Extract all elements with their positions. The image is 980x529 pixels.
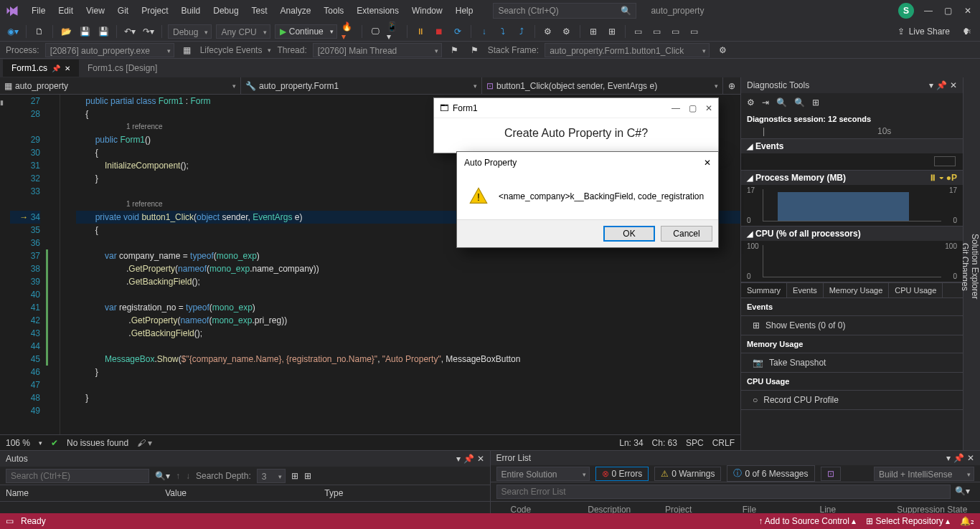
menu-help[interactable]: Help: [450, 3, 479, 19]
pin-icon[interactable]: 📌: [936, 80, 947, 90]
app-icon[interactable]: 📱▾: [387, 24, 401, 39]
down-icon[interactable]: ↓: [186, 471, 190, 481]
solution-explorer-tab[interactable]: Solution Explorer: [970, 83, 980, 450]
record-cpu-link[interactable]: ○Record CPU Profile: [741, 391, 963, 410]
pin-icon[interactable]: 📌: [953, 453, 964, 463]
user-avatar[interactable]: S: [898, 3, 914, 19]
build-dropdown[interactable]: Build + IntelliSense: [874, 467, 974, 481]
form1-titlebar[interactable]: 🗔 Form1 —▢✕: [434, 98, 718, 118]
dropdown-icon[interactable]: ▾: [946, 453, 951, 463]
minimize-icon[interactable]: —: [672, 103, 680, 113]
thread-dropdown[interactable]: [20760] Main Thread: [313, 43, 442, 57]
close-icon[interactable]: ✕: [705, 103, 712, 113]
document-tab[interactable]: Form1.cs📌✕: [3, 59, 79, 77]
stop-icon[interactable]: ⏹: [432, 24, 446, 39]
tool-icon[interactable]: ▭: [687, 24, 702, 39]
step-over-icon[interactable]: ⤵: [496, 24, 510, 39]
step-into-icon[interactable]: ↓: [477, 24, 491, 39]
maximize-icon[interactable]: ▢: [689, 103, 697, 113]
new-item-icon[interactable]: 🗋: [32, 24, 47, 39]
dropdown-icon[interactable]: ▾: [929, 80, 933, 90]
ok-button[interactable]: OK: [603, 226, 655, 242]
tool-icon[interactable]: ⊞: [291, 471, 298, 481]
menu-view[interactable]: View: [80, 3, 110, 19]
zoom-level[interactable]: 106 %: [6, 438, 30, 448]
diag-tab-cpu-usage[interactable]: CPU Usage: [889, 283, 943, 297]
search-icon[interactable]: 🔍▾: [155, 471, 170, 481]
menu-debug[interactable]: Debug: [207, 3, 244, 19]
config-dropdown[interactable]: Debug: [168, 24, 212, 39]
menu-build[interactable]: Build: [176, 3, 207, 19]
errors-filter[interactable]: ⊗0 Errors: [595, 467, 649, 481]
tool-icon[interactable]: ⊞: [605, 24, 619, 39]
tool-icon[interactable]: ⊞: [304, 471, 311, 481]
pin-icon[interactable]: 📌: [463, 454, 474, 464]
cpu-header[interactable]: ◢ CPU (% of all processors): [741, 227, 963, 241]
error-search[interactable]: [496, 485, 951, 499]
menu-analyze[interactable]: Analyze: [275, 3, 317, 19]
live-share[interactable]: ⇪ Live Share 🗣: [897, 24, 974, 39]
memory-header[interactable]: ◢ Process Memory (MB)⏸ ▾ ●P: [741, 171, 963, 185]
reset-icon[interactable]: ⊞: [812, 97, 819, 108]
menu-extensions[interactable]: Extensions: [351, 3, 405, 19]
feedback-icon[interactable]: 🗣: [960, 24, 974, 39]
platform-dropdown[interactable]: Any CPU: [216, 24, 270, 39]
events-header[interactable]: ◢ Events: [741, 139, 963, 153]
messages-filter[interactable]: ⓘ0 of 6 Messages: [727, 465, 814, 482]
save-all-icon[interactable]: 💾: [96, 24, 110, 39]
tool-icon[interactable]: ⊞: [586, 24, 600, 39]
pin-icon[interactable]: 📌: [52, 65, 60, 72]
take-snapshot-link[interactable]: 📷Take Snapshot: [741, 353, 963, 373]
up-icon[interactable]: ↑: [176, 471, 180, 481]
menu-tools[interactable]: Tools: [318, 3, 349, 19]
code-filter[interactable]: ⊡: [821, 467, 841, 481]
undo-icon[interactable]: ↶▾: [123, 24, 137, 39]
nav-class[interactable]: 🔧auto_property.Form1: [241, 77, 482, 94]
browser-link-icon[interactable]: 🖵: [368, 24, 382, 39]
global-search[interactable]: Search (Ctrl+Q) 🔍: [493, 3, 636, 19]
tool-icon[interactable]: ▭: [631, 24, 646, 39]
messagebox-titlebar[interactable]: Auto Property ✕: [457, 152, 718, 173]
menu-file[interactable]: File: [26, 3, 51, 19]
menu-window[interactable]: Window: [406, 3, 448, 19]
close-icon[interactable]: ✕: [950, 80, 957, 90]
flag-icon[interactable]: ⚑: [448, 43, 462, 57]
save-icon[interactable]: 💾: [77, 24, 92, 39]
warnings-filter[interactable]: ⚠0 Warnings: [654, 467, 721, 481]
autos-search[interactable]: [6, 469, 149, 483]
diag-tab-summary[interactable]: Summary: [741, 283, 787, 297]
dropdown-icon[interactable]: ▾: [456, 454, 461, 464]
tool-icon[interactable]: ⚙: [541, 24, 555, 39]
scope-dropdown[interactable]: Entire Solution: [496, 467, 590, 481]
zoom-in-icon[interactable]: 🔍: [776, 97, 787, 108]
close-icon[interactable]: ✕: [704, 158, 711, 168]
stackframe-dropdown[interactable]: auto_property.Form1.button1_Click: [545, 43, 710, 57]
menu-git[interactable]: Git: [112, 3, 134, 19]
nav-icon[interactable]: ⇥: [762, 97, 769, 108]
tool-icon[interactable]: ▭: [650, 24, 664, 39]
split-icon[interactable]: ⊕: [723, 77, 740, 94]
cancel-button[interactable]: Cancel: [661, 226, 712, 242]
depth-dropdown[interactable]: 3: [257, 469, 286, 483]
hot-reload-icon[interactable]: 🔥▾: [341, 24, 356, 39]
close-icon[interactable]: ✕: [65, 65, 70, 72]
minimize-icon[interactable]: —: [924, 6, 934, 16]
nav-project[interactable]: ▦auto_property: [0, 77, 241, 94]
search-icon[interactable]: 🔍▾: [951, 485, 974, 499]
tool-icon[interactable]: ⚙: [560, 24, 574, 39]
diag-tab-events[interactable]: Events: [787, 283, 824, 297]
add-to-source-control[interactable]: ↑ Add to Source Control ▴: [758, 516, 856, 526]
show-events-link[interactable]: ⊞Show Events (0 of 0): [741, 316, 963, 335]
brush-icon[interactable]: 🖌 ▾: [137, 438, 152, 448]
pause-icon[interactable]: ⏸: [413, 24, 428, 39]
notifications-icon[interactable]: 🔔₂: [960, 516, 974, 526]
tool-icon[interactable]: ⚙: [715, 43, 730, 57]
zoom-out-icon[interactable]: 🔍: [794, 97, 805, 108]
lifecycle-icon[interactable]: ▦: [180, 43, 194, 57]
gear-icon[interactable]: ⚙: [747, 97, 755, 108]
menu-project[interactable]: Project: [136, 3, 174, 19]
close-icon[interactable]: ✕: [477, 454, 484, 464]
document-tab[interactable]: Form1.cs [Design]: [79, 59, 166, 77]
continue-button[interactable]: ▶Continue: [275, 24, 337, 39]
flag-icon[interactable]: ⚑: [468, 43, 482, 57]
